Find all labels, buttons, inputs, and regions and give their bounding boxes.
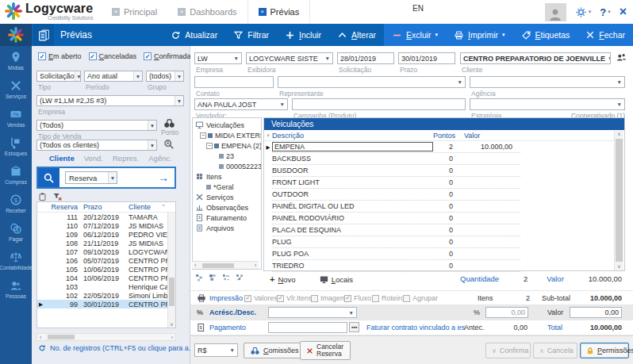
checkbox-em-aberto[interactable]: ✓Em aberto [38, 52, 82, 60]
sort-tree-icon[interactable] [236, 274, 244, 282]
sidebar-item-receber[interactable]: $ Receber [0, 189, 32, 217]
scroll-right-icon[interactable]: › [169, 335, 175, 340]
permissoes-button[interactable]: Permissões [580, 343, 629, 358]
tree-item-itens[interactable]: Itens [193, 171, 261, 182]
alterar-button[interactable]: Alterar [329, 24, 384, 46]
scroll-left-icon[interactable]: ‹ [192, 262, 198, 268]
scrollbar-thumb[interactable] [169, 278, 175, 306]
locais-button[interactable]: Locais [320, 275, 353, 284]
ellipsis-button[interactable]: ▪▪▪ [349, 322, 359, 332]
col-reserva[interactable]: Reserva [44, 203, 78, 211]
clientes-select[interactable]: (Todos os clientes)▼ [36, 140, 157, 151]
sidebar-item-contabilidade[interactable]: Contabilidade [0, 246, 32, 274]
agencia-field[interactable]: ▼ [470, 76, 625, 88]
tab-representante[interactable]: Repres. [113, 154, 139, 163]
veiculacao-row[interactable]: BACKBUSS0 [264, 153, 624, 165]
avatar[interactable] [545, 3, 566, 21]
cancela-button[interactable]: ∧ Cancela [533, 343, 577, 358]
tree-item-veiculacoes[interactable]: Veiculações [193, 120, 261, 130]
tab-close-icon[interactable]: × [259, 8, 267, 16]
tab-previas[interactable]: × Prévias [247, 0, 311, 24]
person-search-icon[interactable] [163, 139, 175, 150]
tab-cliente[interactable]: Cliente [49, 154, 75, 163]
checkbox-roteiro[interactable]: Roteiro [372, 294, 405, 302]
reserva-row-selected[interactable]: ▶9930/01/2019CENTRO PREPARAT [37, 300, 175, 308]
reserva-row[interactable]: 10605/07/2019CENTRO PREPARAT [37, 256, 175, 265]
veiculacao-row[interactable]: PLACA DE ESQUINA0 [264, 224, 624, 236]
incluir-button[interactable]: Incluir [277, 24, 329, 46]
scrollbar-thumb[interactable] [48, 335, 75, 339]
tree-item-faturamento[interactable]: $ Faturamento [193, 213, 261, 223]
scrollbar-thumb[interactable] [616, 139, 623, 262]
settings-control[interactable]: ▾ [575, 6, 592, 18]
tree-item-observacoes[interactable]: Observações [193, 202, 261, 213]
scroll-right-icon[interactable]: › [252, 262, 259, 268]
percent-input[interactable]: 0,00 [485, 307, 528, 318]
sidebar-item-compras[interactable]: Compras [0, 160, 32, 189]
list-vertical-scrollbar[interactable]: ∨ [167, 213, 175, 328]
collapse-box-icon[interactable]: − [200, 132, 206, 139]
scroll-left-icon[interactable]: ‹ [37, 335, 44, 340]
exibidora-field[interactable]: LOGYCWARE SISTE▼ [246, 52, 333, 64]
reserva-row[interactable]: 11007/12/2019JS MIDIAS [37, 221, 175, 230]
close-window-icon[interactable]: × [620, 6, 627, 18]
prazo-field[interactable]: 30/01/2019 [398, 52, 455, 64]
records-count-link[interactable]: No. de registros (CTRL+F5 ou clique para… [38, 344, 194, 352]
tree-item-geral[interactable]: *Geral [193, 182, 261, 192]
faturar-link[interactable]: Faturar contrato vinculado a essa rese [366, 324, 465, 331]
expand-branch-icon[interactable] [222, 274, 231, 282]
excluir-button[interactable]: Excluir ▾ [384, 24, 446, 46]
tab-principal[interactable]: × Principal [102, 0, 167, 24]
client-people-icon[interactable] [616, 52, 627, 63]
fechar-button[interactable]: Fechar [577, 24, 633, 46]
col-prazo[interactable]: Prazo [78, 203, 123, 211]
sidebar-item-servicos[interactable]: Serviços [0, 75, 32, 103]
search-go-icon[interactable]: → [158, 171, 169, 184]
help-control[interactable]: ? ▾ [600, 6, 610, 18]
solicitacao-field[interactable]: 28/01/2019 [337, 52, 394, 64]
tree-item-arquivos[interactable]: Arquivos [193, 223, 261, 233]
periodo-select[interactable]: Ano atual▼ [84, 71, 143, 82]
language-indicator[interactable]: EN [412, 4, 424, 13]
table-vertical-scrollbar[interactable]: ∧ ∨ [614, 131, 623, 270]
search-button[interactable] [38, 168, 59, 187]
reserva-row[interactable]: 10821/11/2019JS MIDIAS [37, 239, 175, 247]
cancelar-reserva-button[interactable]: Cancelar Reserva [300, 341, 351, 360]
sidebar-item-estoques[interactable]: Estoques [0, 132, 32, 160]
col-descricao[interactable]: Descrição [272, 132, 433, 140]
collapse-all-icon[interactable] [209, 274, 217, 282]
checkbox-imagem[interactable]: Imagem [311, 294, 347, 302]
currency-select[interactable]: R$▼ [194, 343, 238, 357]
checkbox-agrupar[interactable]: Agrupar [403, 294, 438, 302]
reserva-row[interactable]: 10906/12/2019PEDRO VIEGAS [37, 230, 175, 239]
scrollbar-thumb[interactable] [202, 263, 234, 268]
clipboard-icon[interactable] [38, 192, 47, 201]
pagamento-input[interactable] [268, 322, 347, 333]
tab-dashboards[interactable]: × Dashboards [167, 0, 247, 24]
sidebar-item-pessoas[interactable]: Pessoas [0, 274, 32, 303]
list-horizontal-scrollbar[interactable]: ‹ › [36, 333, 176, 341]
filtrar-button[interactable]: Filtrar [225, 24, 277, 46]
confirma-button[interactable]: ∨ Confirma [485, 343, 531, 358]
search-mode-select[interactable]: Reserva▼ [65, 171, 117, 184]
tree-item-servicos[interactable]: Serviços [193, 192, 261, 202]
veiculacao-row[interactable]: FRONT LIGHT0 [264, 177, 624, 189]
tipo-venda-select[interactable]: (Todos)▼ [36, 120, 157, 131]
checkbox-valores[interactable]: ✓Valores [244, 294, 278, 302]
vendedor-field[interactable]: ANA PAULA JOST▼ [194, 98, 288, 110]
sidebar-logo-icon[interactable] [0, 24, 32, 46]
checkbox-confirmadas[interactable]: ✓Confirmadas [144, 52, 194, 60]
veiculacao-row[interactable]: TRIEDRO0 [264, 260, 624, 272]
contato-field[interactable] [194, 76, 274, 88]
collapse-box-icon[interactable]: − [206, 143, 213, 149]
reserva-row[interactable]: 10510/06/2019CENTRO PREPARAT [37, 265, 175, 274]
reservas-list-header[interactable]: Reserva Prazo Cliente ⌃ [37, 202, 175, 213]
comissoes-button[interactable]: Comissões [244, 343, 305, 358]
col-valor[interactable]: Valor [453, 132, 512, 140]
veiculacoes-header[interactable]: ▼ Descrição Pontos Valor [264, 130, 624, 141]
expand-all-icon[interactable] [195, 274, 204, 282]
reserva-row[interactable]: 11120/12/2019TAMARA [37, 213, 175, 221]
veiculacao-row[interactable]: PAINEL RODOVIÁRIO0 [264, 213, 624, 224]
veiculacao-row-selected[interactable]: ▶EMPENA210.000,00 [264, 141, 624, 153]
cliente-field[interactable]: CENTRO PREPARATORIO DE JOENVILLE▼ [460, 52, 611, 64]
